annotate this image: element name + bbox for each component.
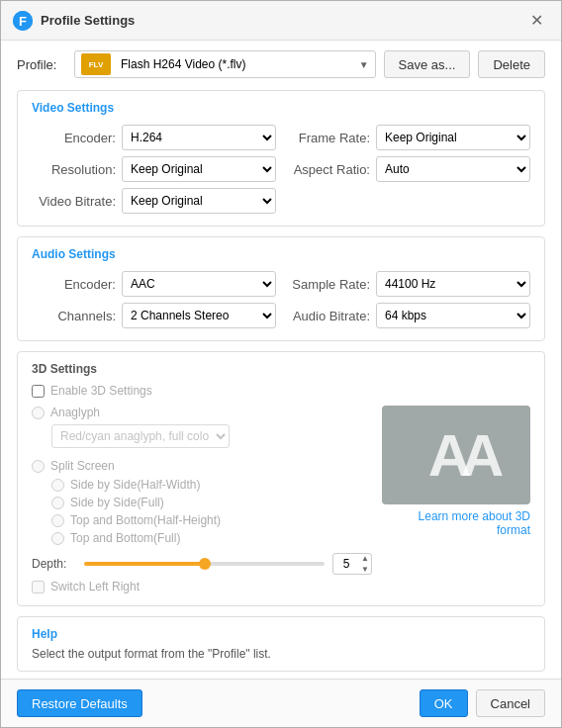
side-by-side-full-label: Side by Side(Full)	[70, 496, 164, 509]
anaglyph-radio[interactable]	[32, 407, 45, 419]
sample-rate-label: Sample Rate:	[286, 277, 370, 292]
close-button[interactable]: ✕	[524, 9, 549, 32]
ok-button[interactable]: OK	[420, 689, 468, 717]
audio-bitrate-row: Audio Bitrate: 64 kbps	[286, 303, 530, 328]
depth-down-arrow[interactable]: ▼	[359, 564, 371, 575]
flv-icon-text: FLV	[89, 60, 104, 69]
switch-left-right-checkbox[interactable]	[32, 581, 45, 593]
delete-button[interactable]: Delete	[478, 50, 545, 78]
anaglyph-row: Anaglyph	[32, 406, 372, 419]
svg-text:F: F	[19, 14, 27, 29]
encoder-label: Encoder:	[32, 131, 116, 145]
help-section: Help Select the output format from the "…	[17, 616, 545, 672]
audio-settings-title: Audio Settings	[32, 247, 530, 261]
resolution-row: Resolution: Keep Original	[32, 156, 276, 182]
side-by-side-half-row: Side by Side(Half-Width)	[51, 478, 372, 492]
top-bottom-half-radio[interactable]	[51, 514, 64, 527]
enable-3d-checkbox[interactable]	[32, 385, 45, 398]
profile-row: Profile: FLV Flash H264 Video (*.flv) ▼ …	[17, 50, 545, 78]
frame-rate-select[interactable]: Keep Original	[376, 125, 530, 150]
audio-encoder-select[interactable]: AAC	[122, 271, 276, 297]
depth-row: Depth: 5 ▲ ▼	[32, 553, 372, 575]
video-settings-grid: Encoder: H.264 Frame Rate: Keep Original…	[32, 125, 530, 214]
anaglyph-select-row: Red/cyan anaglyph, full color	[51, 424, 372, 448]
profile-select[interactable]: FLV Flash H264 Video (*.flv) ▼	[74, 50, 376, 78]
depth-slider[interactable]	[84, 562, 325, 566]
help-title: Help	[32, 627, 530, 641]
learn-more-link[interactable]: Learn more about 3D format	[382, 509, 530, 537]
depth-arrows: ▲ ▼	[359, 553, 371, 575]
enable-3d-label: Enable 3D Settings	[50, 384, 152, 398]
audio-encoder-label: Encoder:	[32, 277, 116, 292]
resolution-label: Resolution:	[32, 162, 116, 177]
3d-layout: Anaglyph Red/cyan anaglyph, full color S…	[32, 406, 530, 593]
split-screen-label: Split Screen	[50, 459, 115, 473]
aspect-ratio-label: Aspect Ratio:	[286, 162, 370, 177]
main-content: Profile: FLV Flash H264 Video (*.flv) ▼ …	[1, 41, 561, 679]
profile-dropdown-arrow: ▼	[359, 59, 369, 70]
cancel-button[interactable]: Cancel	[476, 689, 545, 717]
audio-settings-section: Audio Settings Encoder: AAC Sample Rate:…	[17, 236, 545, 341]
sample-rate-select[interactable]: 44100 Hz	[376, 271, 530, 297]
encoder-select[interactable]: H.264	[122, 125, 276, 150]
top-bottom-half-row: Top and Bottom(Half-Height)	[51, 513, 372, 527]
preview-box: AA	[382, 406, 530, 504]
depth-value: 5	[333, 557, 359, 571]
side-by-side-half-label: Side by Side(Half-Width)	[70, 478, 200, 492]
anaglyph-label: Anaglyph	[50, 406, 100, 419]
footer-right: OK Cancel	[420, 689, 545, 717]
top-bottom-full-row: Top and Bottom(Full)	[51, 531, 372, 545]
split-screen-row: Split Screen	[32, 459, 372, 473]
top-bottom-full-label: Top and Bottom(Full)	[70, 531, 180, 545]
3d-right: AA Learn more about 3D format	[382, 406, 530, 593]
side-by-side-full-radio[interactable]	[51, 497, 64, 509]
title-bar-left: F Profile Settings	[13, 11, 135, 31]
audio-bitrate-select[interactable]: 64 kbps	[376, 303, 530, 328]
app-icon: F	[13, 11, 33, 31]
side-by-side-half-radio[interactable]	[51, 479, 64, 492]
top-bottom-full-radio[interactable]	[51, 532, 64, 545]
profile-select-inner: FLV Flash H264 Video (*.flv)	[81, 53, 359, 75]
aspect-ratio-row: Aspect Ratio: Auto	[286, 156, 530, 182]
restore-defaults-button[interactable]: Restore Defaults	[17, 689, 142, 717]
anaglyph-type-select[interactable]: Red/cyan anaglyph, full color	[51, 424, 230, 448]
3d-settings-section: 3D Settings Enable 3D Settings Anaglyph …	[17, 351, 545, 606]
channels-select[interactable]: 2 Channels Stereo	[122, 303, 276, 328]
title-bar: F Profile Settings ✕	[1, 1, 561, 41]
audio-encoder-row: Encoder: AAC	[32, 271, 276, 297]
video-settings-title: Video Settings	[32, 101, 530, 115]
audio-settings-grid: Encoder: AAC Sample Rate: 44100 Hz Chann…	[32, 271, 530, 328]
depth-label: Depth:	[32, 557, 76, 571]
encoder-row: Encoder: H.264	[32, 125, 276, 150]
profile-settings-window: F Profile Settings ✕ Profile: FLV Flash …	[0, 0, 562, 728]
aspect-ratio-select[interactable]: Auto	[376, 156, 530, 182]
video-bitrate-row: Video Bitrate: Keep Original	[32, 188, 276, 214]
video-bitrate-label: Video Bitrate:	[32, 194, 116, 209]
channels-label: Channels:	[32, 309, 116, 323]
enable-3d-row: Enable 3D Settings	[32, 384, 530, 398]
help-text: Select the output format from the "Profi…	[32, 647, 530, 661]
window-title: Profile Settings	[41, 13, 135, 28]
flv-icon: FLV	[81, 53, 111, 75]
channels-row: Channels: 2 Channels Stereo	[32, 303, 276, 328]
frame-rate-label: Frame Rate:	[286, 131, 370, 145]
footer: Restore Defaults OK Cancel	[1, 679, 561, 727]
sub-radio-group: Side by Side(Half-Width) Side by Side(Fu…	[51, 478, 372, 545]
video-bitrate-select[interactable]: Keep Original	[122, 188, 276, 214]
top-bottom-half-label: Top and Bottom(Half-Height)	[70, 513, 221, 527]
resolution-select[interactable]: Keep Original	[122, 156, 276, 182]
side-by-side-full-row: Side by Side(Full)	[51, 496, 372, 509]
3d-settings-title: 3D Settings	[32, 362, 530, 376]
profile-selected-value: Flash H264 Video (*.flv)	[121, 57, 246, 71]
depth-spinner: 5 ▲ ▼	[332, 553, 372, 575]
frame-rate-row: Frame Rate: Keep Original	[286, 125, 530, 150]
sample-rate-row: Sample Rate: 44100 Hz	[286, 271, 530, 297]
split-screen-radio[interactable]	[32, 460, 45, 473]
video-settings-section: Video Settings Encoder: H.264 Frame Rate…	[17, 90, 545, 227]
3d-radio-group: Anaglyph Red/cyan anaglyph, full color S…	[32, 406, 372, 545]
save-as-button[interactable]: Save as...	[384, 50, 471, 78]
switch-left-right-label: Switch Left Right	[50, 580, 140, 593]
profile-label: Profile:	[17, 57, 66, 72]
depth-up-arrow[interactable]: ▲	[359, 553, 371, 564]
audio-bitrate-label: Audio Bitrate:	[286, 309, 370, 323]
